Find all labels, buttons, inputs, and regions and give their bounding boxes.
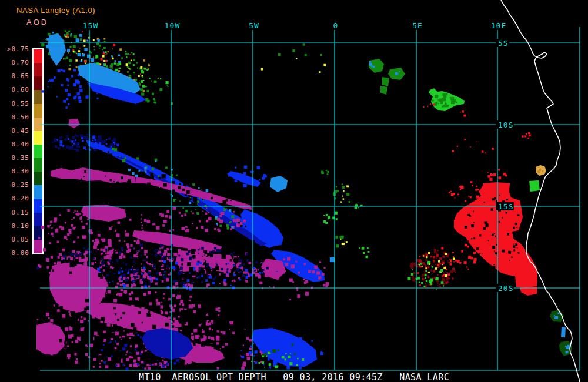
aod-speckle bbox=[435, 103, 437, 106]
aod-speckle bbox=[72, 145, 74, 146]
aod-speckle bbox=[323, 215, 325, 216]
aod-speckle bbox=[198, 335, 200, 337]
aod-speckle bbox=[76, 213, 79, 216]
aod-speckle bbox=[193, 282, 194, 283]
aod-speckle bbox=[417, 277, 420, 280]
aod-speckle bbox=[59, 138, 61, 139]
aod-speckle bbox=[135, 346, 137, 348]
aod-speckle bbox=[143, 59, 146, 62]
aod-speckle bbox=[292, 346, 294, 348]
aod-speckle bbox=[98, 208, 101, 211]
aod-speckle bbox=[121, 278, 123, 280]
aod-speckle bbox=[205, 354, 206, 356]
aod-speckle bbox=[97, 139, 99, 141]
lat-label-backing bbox=[496, 202, 514, 210]
aod-speckle bbox=[100, 249, 102, 251]
aod-speckle bbox=[122, 282, 124, 283]
aod-speckle bbox=[366, 256, 368, 258]
aod-speckle bbox=[140, 88, 143, 91]
aod-speckle bbox=[106, 277, 108, 279]
aod-speckle bbox=[148, 184, 151, 187]
aod-speckle bbox=[226, 263, 228, 265]
aod-speckle bbox=[120, 270, 122, 272]
aod-speckle bbox=[75, 340, 79, 343]
aod-speckle bbox=[150, 179, 151, 180]
aod-region bbox=[175, 250, 205, 272]
aod-speckle bbox=[337, 190, 339, 192]
aod-speckle bbox=[183, 355, 186, 358]
aod-speckle bbox=[475, 252, 477, 255]
aod-speckle bbox=[233, 273, 236, 276]
aod-speckle bbox=[362, 247, 365, 250]
aod-speckle bbox=[153, 277, 156, 280]
aod-speckle bbox=[428, 261, 431, 264]
aod-speckle bbox=[451, 193, 454, 196]
aod-speckle bbox=[145, 350, 147, 351]
aod-speckle bbox=[110, 146, 112, 149]
aod-speckle bbox=[48, 233, 49, 234]
aod-speckle bbox=[494, 251, 495, 252]
aod-speckle bbox=[250, 259, 252, 262]
aod-speckle bbox=[461, 250, 463, 253]
aod-speckle bbox=[155, 255, 156, 256]
aod-speckle bbox=[153, 349, 155, 351]
aod-speckle bbox=[505, 175, 507, 177]
aod-speckle bbox=[262, 177, 265, 180]
aod-speckle bbox=[437, 267, 439, 268]
aod-speckle bbox=[470, 146, 471, 148]
aod-speckle bbox=[257, 166, 260, 170]
aod-speckle bbox=[83, 45, 85, 47]
aod-speckle bbox=[99, 139, 101, 142]
aod-speckle bbox=[143, 267, 145, 269]
aod-speckle bbox=[191, 348, 192, 349]
aod-speckle bbox=[126, 63, 128, 65]
aod-speckle bbox=[131, 92, 134, 95]
aod-speckle bbox=[178, 271, 181, 274]
aod-speckle bbox=[143, 80, 144, 81]
aod-speckle bbox=[168, 317, 171, 320]
aod-speckle bbox=[81, 328, 84, 331]
aod-speckle bbox=[83, 270, 84, 272]
aod-speckle bbox=[175, 262, 178, 265]
aod-speckle bbox=[433, 260, 435, 263]
aod-speckle bbox=[433, 262, 434, 263]
aod-speckle bbox=[100, 63, 101, 65]
aod-speckle bbox=[94, 332, 98, 336]
legend-segment bbox=[34, 199, 42, 213]
aod-speckle bbox=[148, 347, 151, 350]
aod-speckle bbox=[261, 262, 263, 264]
aod-speckle bbox=[134, 313, 136, 315]
legend-color-bar bbox=[32, 48, 44, 254]
aod-speckle bbox=[218, 314, 219, 316]
aod-speckle bbox=[216, 342, 219, 344]
aod-speckle bbox=[57, 140, 58, 142]
aod-speckle bbox=[58, 147, 60, 149]
aod-speckle bbox=[179, 308, 183, 311]
aod-speckle bbox=[342, 243, 344, 245]
aod-speckle bbox=[215, 359, 218, 361]
aod-speckle bbox=[165, 269, 170, 274]
aod-speckle bbox=[140, 254, 142, 256]
aod-speckle bbox=[279, 340, 280, 341]
aod-speckle bbox=[127, 71, 128, 72]
aod-speckle bbox=[108, 78, 111, 81]
aod-speckle bbox=[83, 247, 85, 249]
aod-speckle bbox=[104, 256, 107, 259]
aod-speckle bbox=[115, 230, 116, 232]
aod-speckle bbox=[223, 282, 226, 284]
aod-speckle bbox=[447, 260, 449, 262]
aod-speckle bbox=[171, 190, 175, 194]
aod-speckle bbox=[193, 329, 197, 332]
aod-speckle bbox=[263, 174, 266, 177]
aod-speckle bbox=[473, 258, 476, 261]
aod-speckle bbox=[275, 266, 277, 267]
aod-speckle bbox=[102, 272, 103, 273]
aod-speckle bbox=[177, 295, 181, 299]
aod-speckle bbox=[246, 353, 249, 356]
aod-speckle bbox=[78, 96, 81, 99]
aod-speckle bbox=[51, 276, 55, 280]
aod-speckle bbox=[436, 280, 439, 282]
aod-speckle bbox=[67, 85, 69, 86]
aod-speckle bbox=[142, 75, 143, 77]
aod-region bbox=[51, 167, 136, 183]
